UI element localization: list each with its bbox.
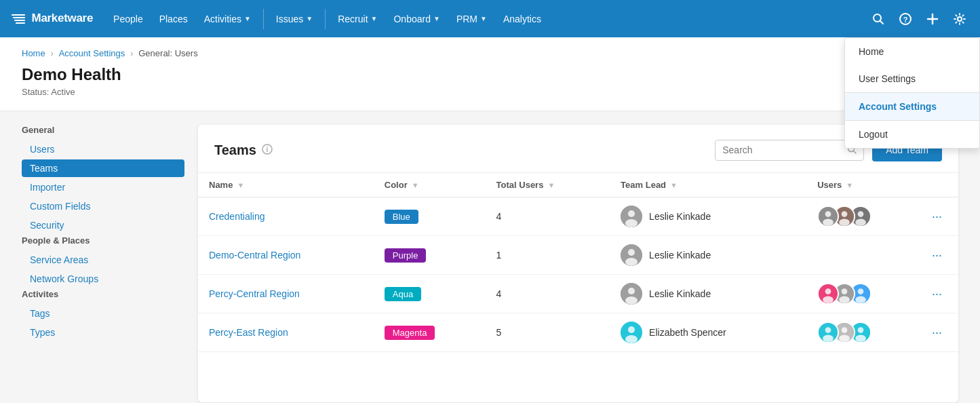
sidebar-item-security[interactable]: Security [22, 216, 184, 234]
color-badge-magenta: Magenta [385, 326, 435, 340]
search-input[interactable] [722, 145, 842, 155]
logo[interactable]: Marketware [11, 11, 93, 26]
color-badge-aqua: Aqua [385, 287, 421, 301]
svg-point-43 [628, 326, 635, 333]
nav-people[interactable]: People [106, 9, 150, 28]
logo-text: Marketware [11, 11, 93, 26]
breadcrumb-account-settings[interactable]: Account Settings [59, 48, 125, 58]
team-percy-central-link[interactable]: Percy-Central Region [209, 288, 300, 299]
nav-divider-1 [263, 9, 264, 29]
team-name-cell-4: Percy-East Region [198, 313, 374, 352]
sidebar-item-network-groups[interactable]: Network Groups [22, 270, 184, 288]
svg-point-44 [625, 335, 638, 343]
col-users: Users ▼ [806, 173, 916, 197]
avatar-leslie-3 [621, 283, 642, 305]
recruit-chevron: ▼ [371, 15, 378, 22]
svg-point-29 [625, 258, 638, 266]
lead-name-3: Leslie Kinkade [649, 288, 711, 299]
sidebar-item-teams[interactable]: Teams [22, 159, 184, 177]
more-actions-2[interactable]: ··· [926, 246, 947, 265]
activities-chevron: ▼ [244, 15, 251, 22]
nav-prm[interactable]: PRM ▼ [450, 9, 494, 28]
team-color-cell-3: Aqua [374, 275, 486, 313]
sidebar-item-users[interactable]: Users [22, 140, 184, 158]
more-actions-4[interactable]: ··· [926, 323, 947, 342]
search-box [715, 140, 864, 161]
lead-filter-icon[interactable]: ▼ [670, 181, 678, 189]
team-actions-cell-3: ··· [916, 275, 958, 313]
nav-onboard[interactable]: Onboard ▼ [387, 9, 446, 28]
sidebar-item-tags[interactable]: Tags [22, 305, 184, 322]
nav-activities[interactable]: Activities ▼ [197, 9, 258, 28]
svg-line-5 [880, 20, 884, 24]
dropdown-logout[interactable]: Logout [845, 121, 979, 148]
team-percy-east-link[interactable]: Percy-East Region [209, 327, 288, 338]
dropdown-home[interactable]: Home [845, 38, 979, 65]
gear-icon[interactable] [950, 9, 969, 28]
sidebar-section-people-places: People & Places Service Areas Network Gr… [22, 235, 184, 288]
users-filter-icon[interactable]: ▼ [846, 181, 853, 189]
team-lead-cell-4: Elizabeth Spencer [610, 313, 806, 352]
svg-point-50 [839, 335, 850, 343]
svg-point-28 [628, 249, 635, 256]
col-actions [916, 173, 958, 197]
svg-point-31 [628, 288, 635, 294]
info-icon[interactable]: i [262, 144, 273, 157]
sidebar-section-activities-title: Activites [22, 289, 184, 299]
team-lead-cell-3: Leslie Kinkade [610, 275, 806, 313]
breadcrumb: Home › Account Settings › General: Users [22, 48, 958, 58]
name-filter-icon[interactable]: ▼ [237, 181, 244, 189]
total-filter-icon[interactable]: ▼ [547, 181, 555, 189]
sidebar-item-custom-fields[interactable]: Custom Fields [22, 197, 184, 215]
nav-recruit[interactable]: Recruit ▼ [331, 9, 384, 28]
sidebar-item-service-areas[interactable]: Service Areas [22, 251, 184, 269]
main-layout: General Users Teams Importer Custom Fiel… [0, 111, 980, 403]
sidebar-section-general-title: General [22, 125, 184, 135]
team-demo-central-link[interactable]: Demo-Central Region [209, 250, 300, 261]
svg-text:?: ? [903, 15, 908, 23]
team-color-cell: Blue [374, 197, 486, 236]
breadcrumb-home[interactable]: Home [22, 48, 45, 58]
svg-point-10 [958, 17, 962, 21]
team-actions-cell-4: ··· [916, 313, 958, 352]
svg-text:i: i [267, 146, 269, 153]
avatar-elizabeth [621, 322, 642, 343]
user-avatar-4a [817, 322, 839, 343]
table-row: Credentialing Blue 4 Leslie Kinkade [198, 197, 958, 236]
search-icon[interactable] [869, 9, 888, 28]
nav-issues[interactable]: Issues ▼ [269, 9, 319, 28]
nav-analytics[interactable]: Analytics [496, 9, 548, 28]
sidebar-section-people-places-title: People & Places [22, 235, 184, 246]
prm-chevron: ▼ [480, 15, 487, 22]
svg-point-19 [825, 211, 831, 217]
team-credentialing-link[interactable]: Credentialing [209, 211, 265, 222]
team-total-cell-2: 1 [486, 236, 610, 275]
more-actions-1[interactable]: ··· [926, 207, 947, 226]
svg-point-37 [842, 288, 848, 294]
user-avatar-3a [817, 283, 839, 305]
add-icon[interactable] [923, 9, 942, 28]
svg-point-49 [842, 327, 848, 333]
nav-places[interactable]: Places [153, 9, 195, 28]
page-status: Status: Active [22, 87, 958, 97]
col-total-users: Total Users ▼ [486, 173, 610, 197]
help-icon[interactable]: ? [896, 9, 915, 28]
table-row: Percy-East Region Magenta 5 Elizabeth [198, 313, 958, 352]
team-users-cell-1 [806, 197, 916, 236]
dropdown-account-settings[interactable]: Account Settings [845, 93, 979, 120]
avatar-leslie-1 [621, 206, 642, 227]
sidebar-item-importer[interactable]: Importer [22, 178, 184, 196]
team-total-cell-4: 5 [486, 313, 610, 352]
more-actions-3[interactable]: ··· [926, 284, 947, 303]
team-total-cell: 4 [486, 197, 610, 236]
content-panel: Teams i Add Team Nam [198, 125, 958, 402]
teams-title: Teams [214, 142, 256, 158]
sidebar-item-types[interactable]: Types [22, 324, 184, 341]
team-users-cell-4 [806, 313, 916, 352]
nav-divider-2 [325, 9, 326, 29]
dropdown-user-settings[interactable]: User Settings [845, 65, 979, 92]
svg-point-16 [628, 210, 635, 217]
team-lead-cell-2: Leslie Kinkade [610, 236, 806, 275]
color-filter-icon[interactable]: ▼ [412, 181, 419, 189]
user-avatar-1a [817, 206, 839, 227]
